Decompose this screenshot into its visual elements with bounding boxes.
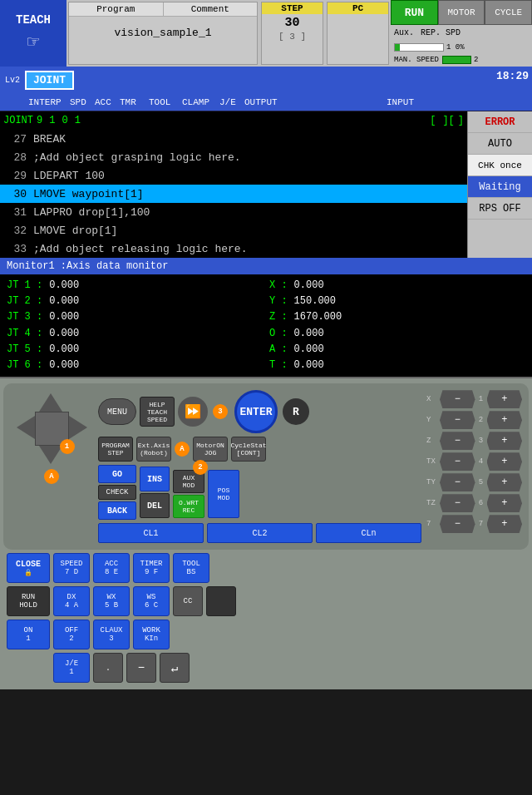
sidebar-auto[interactable]: AUTO <box>468 133 532 155</box>
motor-button[interactable]: MOTOR <box>438 0 485 25</box>
off-button[interactable]: OFF2 <box>53 620 90 649</box>
r-button[interactable]: R <box>283 398 309 425</box>
hex-tx-plus[interactable]: + <box>487 452 523 471</box>
menu-button[interactable]: MENU <box>98 398 136 425</box>
hex-label-z: Z <box>426 437 438 445</box>
tool-button[interactable]: TOOLBS <box>173 553 209 583</box>
col-je: J/E <box>219 97 244 107</box>
sidebar-error[interactable]: ERROR <box>468 111 532 133</box>
sidebar-chk-once[interactable]: CHK once <box>468 155 532 176</box>
badge-1: 1 <box>60 439 75 454</box>
dpad-right[interactable] <box>69 416 87 439</box>
aux-label: Aux. <box>394 28 414 37</box>
joint-data-label: JOINT <box>3 115 33 126</box>
hex-tz-minus[interactable]: − <box>440 494 475 512</box>
dot-button[interactable]: . <box>93 653 123 683</box>
cl1-button[interactable]: CL1 <box>98 523 204 543</box>
hex-ty-plus[interactable]: + <box>487 473 523 491</box>
man-speed-label: MAN. SPEED <box>394 56 439 64</box>
hex-ty-minus[interactable]: − <box>440 473 475 491</box>
cl2-button[interactable]: CL2 <box>207 523 313 543</box>
code-line-33[interactable]: 33 ;Add object releasing logic here. <box>0 239 467 258</box>
del-button[interactable]: DEL <box>140 493 170 518</box>
hex-x-minus[interactable]: − <box>440 390 475 408</box>
hex-y-plus[interactable]: + <box>487 411 523 429</box>
check-button[interactable]: CHECK <box>98 485 136 500</box>
lv-label: Lv2 <box>5 76 20 85</box>
dx-button[interactable]: DX4 A <box>53 586 90 616</box>
controller-panel: 1 A MENU HELPTEACHSPEED ⏩ 3 ENTER R <box>0 377 532 689</box>
code-line-31[interactable]: 31 LAPPRO drop[1],100 <box>0 203 467 221</box>
hex-label-tx: TX <box>426 457 438 466</box>
col-tmr: TMR <box>120 97 149 107</box>
comment-label: Comment <box>164 2 258 16</box>
badge-3: 3 <box>213 404 228 419</box>
back-button[interactable]: BACK <box>98 501 136 520</box>
data-row: JOINT 9 1 0 1 [ ][ ] <box>0 111 467 130</box>
on-button[interactable]: ON1 <box>7 620 50 649</box>
col-acc: ACC <box>95 97 120 107</box>
interp-speed-button[interactable]: ⏩ <box>178 397 208 427</box>
sidebar-waiting: Waiting <box>468 176 532 198</box>
pos-mod-button[interactable]: POSMOD <box>208 470 239 518</box>
ws-button[interactable]: WS6 C <box>133 586 170 616</box>
owrt-rec-button[interactable]: O.WRTREC <box>173 495 204 518</box>
hex-z-plus[interactable]: + <box>487 432 523 450</box>
teach-label: TEACH <box>16 13 51 27</box>
run-hold-button[interactable]: RUNHOLD <box>7 586 50 616</box>
hex-7-minus[interactable]: − <box>440 515 475 533</box>
hex-label-x: X <box>426 395 438 403</box>
col-tool: TOOL <box>149 97 182 107</box>
cc-button[interactable]: CC <box>173 586 203 616</box>
hex-z-minus[interactable]: − <box>440 432 475 450</box>
ext-axis-button[interactable]: Ext.Axis(Robot) <box>136 437 171 462</box>
motor-jog-button[interactable]: MotorONJOG <box>193 437 228 462</box>
program-name[interactable]: vision_sample_1 <box>69 17 257 49</box>
wx-button[interactable]: WX5 B <box>93 586 130 616</box>
hex-y-minus[interactable]: − <box>440 411 475 429</box>
go-button[interactable]: GO <box>98 465 136 483</box>
claux-button[interactable]: CLAUX3 <box>93 620 130 649</box>
acc-button[interactable]: ACC8 E <box>93 553 130 583</box>
hex-tz-plus[interactable]: + <box>487 494 523 512</box>
col-clamp: CLAMP <box>182 97 219 107</box>
col-spd: SPD <box>70 97 95 107</box>
code-line-30[interactable]: 30 LMOVE waypoint[1] <box>0 185 467 203</box>
run-button[interactable]: RUN <box>391 0 438 25</box>
close-button[interactable]: CLOSE 🔒 <box>7 553 50 583</box>
hex-x-plus[interactable]: + <box>487 390 523 408</box>
step-label: STEP <box>262 2 323 14</box>
cln-button[interactable]: CLn <box>316 523 421 543</box>
program-step-button[interactable]: PROGRAMSTEP <box>98 437 133 462</box>
code-line-27[interactable]: 27 BREAK <box>0 130 467 148</box>
badge-a-left: A <box>44 469 59 484</box>
cycle-button[interactable]: CYCLE <box>485 0 532 25</box>
code-line-28[interactable]: 28 ;Add object grasping logic here. <box>0 148 467 166</box>
joint-button[interactable]: JOINT <box>25 71 74 90</box>
speed-value: 1 0% <box>446 43 465 52</box>
enter-button[interactable]: ENTER <box>234 390 278 433</box>
code-line-32[interactable]: 32 LMOVE drop[1] <box>0 221 467 239</box>
dpad-left[interactable] <box>17 416 35 439</box>
help-teach-speed-button[interactable]: HELPTEACHSPEED <box>140 397 175 427</box>
ins-button[interactable]: INS <box>140 467 170 491</box>
hand-icon: ☞ <box>27 30 39 54</box>
sidebar-rps-off[interactable]: RPS OFF <box>468 198 532 220</box>
hex-label-7: 7 <box>426 520 438 528</box>
badge-2: 2 <box>193 460 208 475</box>
hex-tx-minus[interactable]: − <box>440 452 475 471</box>
timer-button[interactable]: TIMER9 F <box>133 553 170 583</box>
speed-button[interactable]: SPEED7 D <box>53 553 90 583</box>
dash-button[interactable]: − <box>126 653 156 683</box>
time-display: 18:29 <box>496 70 529 82</box>
dpad-up[interactable] <box>39 393 62 412</box>
monitor-header: Monitor1 :Axis data monitor <box>0 258 532 274</box>
dpad-down[interactable] <box>39 446 62 464</box>
enter-small-button[interactable]: ↵ <box>160 653 190 683</box>
work-klin-button[interactable]: WORKKIn <box>133 620 170 649</box>
monitor-data: JT 1 :0.000 JT 2 :0.000 JT 3 :0.000 JT 4… <box>0 274 532 377</box>
cycle-stat-button[interactable]: CycleStat[CONT] <box>231 437 266 462</box>
code-line-29[interactable]: 29 LDEPART 100 <box>0 166 467 185</box>
hex-7-plus[interactable]: + <box>487 515 523 533</box>
je-button[interactable]: J/E1 <box>53 653 90 683</box>
